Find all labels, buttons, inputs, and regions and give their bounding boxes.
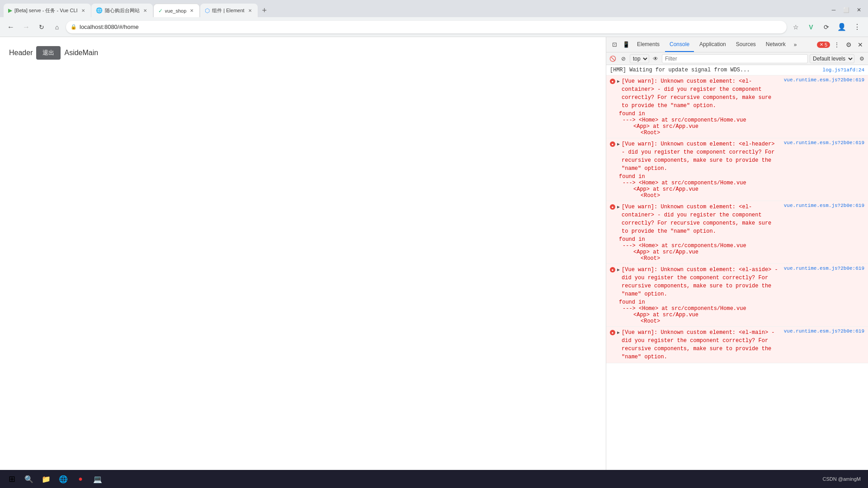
error-3-dot: ● <box>610 204 615 210</box>
devtools-tab-console[interactable]: Console <box>665 38 694 52</box>
error-message-3: ● ▶ [Vue warn]: Unknown custom element: … <box>606 201 868 264</box>
close-button[interactable]: ✕ <box>854 5 864 15</box>
tab-3-close[interactable]: ✕ <box>189 8 195 14</box>
minimize-button[interactable]: ─ <box>828 5 839 15</box>
tab-1[interactable]: ▶ [Beta] serve - 任务 - Vue CLI ✕ <box>4 4 91 17</box>
error-4-trace-2: <App> at src/App.vue <box>619 312 864 318</box>
devtools-tab-application[interactable]: Application <box>695 38 731 52</box>
address-input-wrapper[interactable]: 🔒 localhost:8080/#/home <box>66 21 787 33</box>
tab-3[interactable]: ✓ vue_shop ✕ <box>153 4 200 17</box>
error-2-source[interactable]: vue.runtime.esm.js?2b0e:619 <box>784 140 864 145</box>
console-toolbar: 🚫 ⊘ top 👁 Default levels ⚙ <box>606 52 868 65</box>
devtools-tabs-more[interactable]: » <box>791 38 800 52</box>
devtools-tab-elements[interactable]: Elements <box>632 38 664 52</box>
console-settings-icon[interactable]: ⚙ <box>857 54 866 63</box>
address-bar: ← → ↻ ⌂ 🔒 localhost:8080/#/home ☆ V ⟳ 👤 … <box>0 17 868 37</box>
error-message-1: ● ▶ [Vue warn]: Unknown custom element: … <box>606 75 868 138</box>
preserve-log-icon[interactable]: ⊘ <box>619 54 628 63</box>
maximize-button[interactable]: ⬜ <box>841 5 852 15</box>
error-1-trace-1: ---> <Home> at src/components/Home.vue <box>619 117 864 123</box>
refresh-button[interactable]: ↻ <box>35 21 48 33</box>
inspect-element-icon[interactable]: ⊡ <box>609 39 620 50</box>
error-2-text: [Vue warn]: Unknown custom element: <el-… <box>622 140 780 173</box>
tab-3-favicon: ✓ <box>158 8 163 14</box>
filter-input[interactable] <box>662 54 808 63</box>
clear-console-icon[interactable]: 🚫 <box>608 54 617 63</box>
back-button[interactable]: ← <box>5 21 17 33</box>
error-5-source[interactable]: vue.runtime.esm.js?2b0e:619 <box>784 328 864 334</box>
tab-2-title: 随心购后台网站 <box>105 7 140 14</box>
chrome-taskbar-button[interactable]: 🌐 <box>55 471 71 487</box>
context-selector[interactable]: top <box>630 54 649 63</box>
error-4-trace-1: ---> <Home> at src/components/Home.vue <box>619 305 864 312</box>
devtools-more-icon[interactable]: ⋮ <box>832 40 842 50</box>
error-1-source[interactable]: vue.runtime.esm.js?2b0e:619 <box>784 77 864 83</box>
devtools-tab-sources[interactable]: Sources <box>731 38 760 52</box>
error-5-dot: ● <box>610 330 615 335</box>
search-taskbar-button[interactable]: 🔍 <box>21 471 37 487</box>
devtools-tab-network[interactable]: Network <box>761 38 790 52</box>
exit-button[interactable]: 退出 <box>36 46 61 60</box>
vuejs-devtools-icon[interactable]: V <box>805 21 817 33</box>
error-5-expand[interactable]: ▶ <box>617 330 620 335</box>
devtools-panel: ⊡ 📱 Elements Console Application Sources… <box>606 37 868 470</box>
lock-icon: 🔒 <box>71 24 77 30</box>
log-level-selector[interactable]: Default levels <box>810 54 854 63</box>
more-options-icon[interactable]: ⋮ <box>851 21 863 33</box>
devtools-close-icon[interactable]: ✕ <box>855 40 865 50</box>
error-3-trace-2: <App> at src/App.vue <box>619 249 864 255</box>
address-text[interactable]: localhost:8080/#/home <box>80 23 782 30</box>
windows-taskbar: ⊞ 🔍 📁 🌐 ● 💻 CSDN @amingM <box>0 470 868 488</box>
error-message-2: ● ▶ [Vue warn]: Unknown custom element: … <box>606 138 868 201</box>
aside-main-label: AsideMain <box>64 49 98 57</box>
home-button[interactable]: ⌂ <box>51 21 63 33</box>
error-3-source[interactable]: vue.runtime.esm.js?2b0e:619 <box>784 203 864 208</box>
main-area: Header 退出 AsideMain ⊡ 📱 Elements Console… <box>0 37 868 470</box>
hmr-message: [HMR] Waiting for update signal from WDS… <box>606 65 868 75</box>
page-header-area: Header 退出 AsideMain <box>9 46 597 60</box>
error-3-expand[interactable]: ▶ <box>617 204 620 210</box>
error-4-source[interactable]: vue.runtime.esm.js?2b0e:619 <box>784 266 864 271</box>
new-tab-button[interactable]: + <box>258 4 271 17</box>
devtools-settings-icon[interactable]: ⚙ <box>844 40 854 50</box>
forward-button[interactable]: → <box>20 21 33 33</box>
error-1-found-in: found in <box>619 111 864 117</box>
app1-taskbar-button[interactable]: ● <box>72 471 89 487</box>
tab-2-favicon: 🌐 <box>96 7 103 14</box>
header-label: Header <box>9 49 33 57</box>
browser-chrome: ▶ [Beta] serve - 任务 - Vue CLI ✕ 🌐 随心购后台网… <box>0 0 868 37</box>
tab-2[interactable]: 🌐 随心购后台网站 ✕ <box>91 4 153 17</box>
error-3-found-in: found in <box>619 236 864 243</box>
error-2-trace-3: <Root> <box>619 192 864 199</box>
error-message-4: ● ▶ [Vue warn]: Unknown custom element: … <box>606 264 868 327</box>
error-2-expand[interactable]: ▶ <box>617 141 620 147</box>
tab-4[interactable]: ⬡ 组件 | Element ✕ <box>200 4 257 17</box>
profile-icon[interactable]: 👤 <box>835 21 848 33</box>
file-explorer-taskbar-button[interactable]: 📁 <box>38 471 54 487</box>
error-2-dot: ● <box>610 141 615 147</box>
error-4-trace-3: <Root> <box>619 318 864 324</box>
tab-4-close[interactable]: ✕ <box>247 7 253 14</box>
error-x-icon: ✕ <box>820 42 823 47</box>
start-button[interactable]: ⊞ <box>4 471 20 487</box>
error-2-trace-2: <App> at src/App.vue <box>619 186 864 192</box>
error-1-expand[interactable]: ▶ <box>617 79 620 84</box>
vscode-taskbar-button[interactable]: 💻 <box>90 471 106 487</box>
refresh-circle-icon[interactable]: ⟳ <box>820 21 833 33</box>
hmr-source[interactable]: log.js?1afd:24 <box>823 67 864 73</box>
console-output[interactable]: [HMR] Waiting for update signal from WDS… <box>606 65 868 470</box>
error-4-dot: ● <box>610 267 615 272</box>
error-1-dot: ● <box>610 79 615 84</box>
device-toolbar-icon[interactable]: 📱 <box>621 39 632 50</box>
tab-2-close[interactable]: ✕ <box>142 7 148 14</box>
error-4-expand[interactable]: ▶ <box>617 267 620 272</box>
error-1-trace-2: <App> at src/App.vue <box>619 123 864 130</box>
tab-4-favicon: ⬡ <box>205 7 210 14</box>
hmr-text: [HMR] Waiting for update signal from WDS… <box>610 67 750 73</box>
error-2-found-in: found in <box>619 174 864 180</box>
bookmark-icon[interactable]: ☆ <box>789 21 802 33</box>
eye-settings-icon[interactable]: 👁 <box>651 54 660 63</box>
error-1-trace-3: <Root> <box>619 130 864 136</box>
tab-1-close[interactable]: ✕ <box>80 7 86 14</box>
tab-1-favicon: ▶ <box>8 7 12 14</box>
